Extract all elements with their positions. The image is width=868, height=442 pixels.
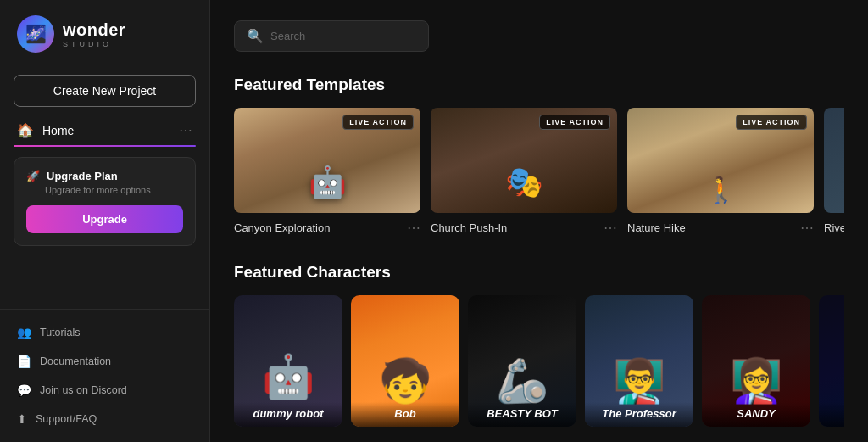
template-label-river: River ⋯ <box>824 220 844 236</box>
tutorials-label: Tutorials <box>40 327 80 338</box>
live-action-badge-canyon: LIVE ACTION <box>342 115 414 130</box>
char-name-beasty-bot: BEASTY BOT <box>468 402 576 427</box>
documentation-label: Documentation <box>40 355 111 367</box>
sidebar-item-tutorials[interactable]: 👥 Tutorials <box>0 318 209 347</box>
sidebar-item-home[interactable]: 🏠 Home ⋯ <box>0 114 209 147</box>
character-card-professor[interactable]: The Professor <box>585 295 693 427</box>
template-label-canyon: Canyon Exploration ⋯ <box>234 220 420 236</box>
template-thumb-church: LIVE ACTION <box>431 108 617 213</box>
sidebar-item-documentation[interactable]: 📄 Documentation <box>0 347 209 376</box>
char-name-dummy-robot: dummy robot <box>234 402 342 427</box>
main-content: 🔍 Featured Templates LIVE ACTION Canyon … <box>210 0 868 442</box>
home-label: Home <box>42 124 74 137</box>
template-card-river[interactable]: LIVE ACTION River ⋯ <box>824 108 844 236</box>
live-action-badge-nature: LIVE ACTION <box>736 115 807 130</box>
template-thumb-canyon: LIVE ACTION <box>234 108 420 213</box>
rocket-icon: 🚀 <box>26 170 40 182</box>
template-dots-nature[interactable]: ⋯ <box>800 220 814 236</box>
featured-templates-title: Featured Templates <box>234 76 844 94</box>
app-name: wonder <box>63 20 125 39</box>
home-dots-icon[interactable]: ⋯ <box>179 122 192 138</box>
sidebar-footer: 👥 Tutorials 📄 Documentation 💬 Join us on… <box>0 309 209 442</box>
logo-area: 🌌 wonder STUDIO <box>0 0 209 68</box>
character-card-sam[interactable]: SAM <box>819 295 844 427</box>
featured-characters-title: Featured Characters <box>234 263 844 282</box>
template-card-canyon[interactable]: LIVE ACTION Canyon Exploration ⋯ <box>234 108 420 236</box>
char-name-sandy: SANDY <box>702 402 810 427</box>
character-card-sandy[interactable]: SANDY <box>702 295 810 427</box>
template-name-church: Church Push-In <box>431 221 507 234</box>
template-card-nature[interactable]: LIVE ACTION Nature Hike ⋯ <box>627 108 814 236</box>
search-icon: 🔍 <box>247 28 264 44</box>
discord-icon: 💬 <box>17 383 31 397</box>
home-icon: 🏠 <box>17 122 34 138</box>
discord-label: Join us on Discord <box>40 384 127 396</box>
live-action-badge-church: LIVE ACTION <box>539 115 610 130</box>
char-name-bob: Bob <box>351 402 459 427</box>
logo-icon: 🌌 <box>17 15 54 53</box>
search-input[interactable] <box>270 30 416 42</box>
app-subtitle: STUDIO <box>63 40 125 48</box>
template-label-nature: Nature Hike ⋯ <box>627 220 814 236</box>
featured-templates-section: Featured Templates LIVE ACTION Canyon Ex… <box>234 76 844 236</box>
search-bar[interactable]: 🔍 <box>234 20 429 52</box>
tutorials-icon: 👥 <box>17 326 31 339</box>
logo-text: wonder STUDIO <box>63 20 125 48</box>
character-card-dummy-robot[interactable]: dummy robot <box>234 295 342 427</box>
upgrade-button[interactable]: Upgrade <box>26 205 183 233</box>
support-icon: ⬆ <box>17 412 27 426</box>
template-name-nature: Nature Hike <box>627 221 686 234</box>
character-card-beasty-bot[interactable]: BEASTY BOT <box>468 295 576 427</box>
template-card-church[interactable]: LIVE ACTION Church Push-In ⋯ <box>431 108 617 236</box>
template-thumb-nature: LIVE ACTION <box>627 108 814 213</box>
sidebar-item-discord[interactable]: 💬 Join us on Discord <box>0 376 209 405</box>
featured-characters-section: Featured Characters dummy robot Bob BEAS… <box>234 263 844 427</box>
templates-row: LIVE ACTION Canyon Exploration ⋯ LIVE AC… <box>234 108 844 236</box>
characters-row: dummy robot Bob BEASTY BOT The Professor… <box>234 295 844 427</box>
documentation-icon: 📄 <box>17 355 31 368</box>
sidebar-item-support[interactable]: ⬆ Support/FAQ <box>0 405 209 434</box>
upgrade-section: 🚀 Upgrade Plan Upgrade for more options … <box>14 157 196 246</box>
template-name-river: River <box>824 221 844 234</box>
upgrade-subtitle: Upgrade for more options <box>26 185 183 195</box>
template-thumb-river: LIVE ACTION <box>824 108 844 213</box>
char-name-sam: SAM <box>819 402 844 427</box>
char-name-professor: The Professor <box>585 402 693 427</box>
character-card-bob[interactable]: Bob <box>351 295 459 427</box>
support-label: Support/FAQ <box>36 413 97 425</box>
upgrade-title: 🚀 Upgrade Plan <box>26 170 183 182</box>
create-project-button[interactable]: Create New Project <box>14 75 196 107</box>
sidebar: 🌌 wonder STUDIO Create New Project 🏠 Hom… <box>0 0 210 442</box>
template-dots-church[interactable]: ⋯ <box>604 220 617 236</box>
template-label-church: Church Push-In ⋯ <box>431 220 617 236</box>
template-dots-canyon[interactable]: ⋯ <box>407 220 420 236</box>
template-name-canyon: Canyon Exploration <box>234 221 330 234</box>
